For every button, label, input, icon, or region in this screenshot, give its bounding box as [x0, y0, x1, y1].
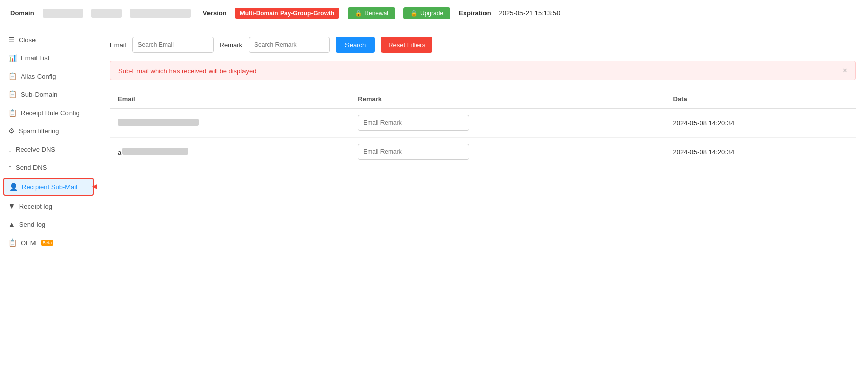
email-placeholder-2 [122, 148, 188, 155]
table-row: 2024-05-08 14:20:34 [110, 109, 856, 138]
email-prefix: a [118, 149, 121, 156]
sidebar-item-spam[interactable]: ⚙ Spam filtering [0, 122, 97, 140]
search-remark-input[interactable] [249, 37, 330, 53]
sidebar: ☰ Close 📊 Email List 📋 Alias Config 📋 Su… [0, 26, 97, 376]
alert-message: Sub-Email which has received will be dis… [118, 67, 256, 75]
sidebar-item-send-dns[interactable]: ↑ Send DNS [0, 158, 97, 177]
data-table: Email Remark Data 2024-05-08 14:20:34 [110, 90, 856, 166]
remark-input-2[interactable] [358, 144, 469, 160]
search-button[interactable]: Search [336, 37, 375, 53]
col-remark: Remark [350, 90, 665, 109]
sidebar-item-label: Receipt Rule Config [21, 109, 80, 117]
table-header: Email Remark Data [110, 90, 856, 109]
table-cell-date: 2024-05-08 14:20:34 [665, 138, 856, 166]
triangle-down-icon: ▼ [8, 202, 15, 210]
table-body: 2024-05-08 14:20:34 a 2024-05-08 14:20:3… [110, 109, 856, 166]
sidebar-item-label: Spam filtering [19, 127, 59, 135]
table-row: a 2024-05-08 14:20:34 [110, 138, 856, 166]
sidebar-item-send-log[interactable]: ▲ Send log [0, 215, 97, 233]
sidebar-item-receive-dns[interactable]: ↓ Receive DNS [0, 140, 97, 158]
active-item-wrapper: 👤 Recipient Sub-Mail [0, 178, 97, 196]
remark-filter-label: Remark [220, 41, 243, 49]
sidebar-item-label: Alias Config [21, 73, 56, 80]
copy-icon-subdomain: 📋 [8, 90, 17, 98]
sidebar-item-label: Receive DNS [16, 146, 55, 153]
copy-icon-receipt: 📋 [8, 109, 17, 117]
email-filter-label: Email [110, 41, 126, 49]
sidebar-item-label: Receipt log [19, 202, 52, 210]
sidebar-item-label: Send DNS [16, 164, 47, 172]
gear-icon-spam: ⚙ [8, 127, 15, 135]
content-area: Email Remark Search Reset Filters Sub-Em… [97, 26, 868, 376]
chart-icon: 📊 [8, 54, 17, 62]
domain-label: Domain [10, 9, 34, 17]
top-header: Domain Version Multi-Domain Pay-Group-Gr… [0, 0, 868, 26]
sidebar-item-label: Send log [19, 221, 45, 228]
arrow-down-icon: ↓ [8, 145, 12, 153]
table-cell-email: a [110, 138, 350, 166]
alert-close-button[interactable]: × [843, 66, 847, 75]
upgrade-button[interactable]: 🔒 Upgrade [403, 7, 450, 19]
triangle-up-icon: ▲ [8, 220, 15, 228]
filter-bar: Email Remark Search Reset Filters [110, 37, 856, 53]
reset-filters-button[interactable]: Reset Filters [381, 37, 432, 53]
sidebar-item-recipient-sub-mail[interactable]: 👤 Recipient Sub-Mail [3, 178, 94, 196]
copy-icon-oem: 📋 [8, 238, 17, 247]
red-arrow-indicator [92, 179, 97, 194]
table-cell-remark [350, 138, 665, 166]
sidebar-item-label: Close [19, 36, 36, 44]
arrow-up-icon: ↑ [8, 163, 12, 172]
sidebar-item-label: OEM [21, 239, 36, 247]
search-email-input[interactable] [132, 37, 214, 53]
expiration-value: 2025-05-21 15:13:50 [499, 9, 561, 17]
sidebar-item-receipt-log[interactable]: ▼ Receipt log [0, 197, 97, 215]
remark-input-1[interactable] [358, 115, 469, 131]
bars-icon: ☰ [8, 36, 15, 44]
sidebar-item-email-list[interactable]: 📊 Email List [0, 49, 97, 67]
table-cell-remark [350, 109, 665, 138]
domain-value-2 [91, 9, 122, 18]
lock-icon-upgrade: 🔒 [410, 10, 418, 17]
main-container: ☰ Close 📊 Email List 📋 Alias Config 📋 Su… [0, 26, 868, 376]
version-label: Version [203, 9, 227, 17]
col-email: Email [110, 90, 350, 109]
copy-icon-alias: 📋 [8, 72, 17, 80]
renewal-button[interactable]: 🔒 Renewal [348, 7, 395, 19]
domain-value-1 [43, 9, 83, 18]
version-badge: Multi-Domain Pay-Group-Growth [235, 8, 340, 19]
alert-banner: Sub-Email which has received will be dis… [110, 61, 856, 80]
table-cell-date: 2024-05-08 14:20:34 [665, 109, 856, 138]
sidebar-item-close[interactable]: ☰ Close [0, 30, 97, 49]
sidebar-item-alias-config[interactable]: 📋 Alias Config [0, 67, 97, 85]
sidebar-item-label: Sub-Domain [21, 91, 57, 98]
domain-value-3 [130, 9, 191, 18]
sidebar-item-label: Recipient Sub-Mail [22, 183, 77, 191]
user-icon: 👤 [9, 183, 18, 191]
email-placeholder-1 [118, 119, 199, 126]
sidebar-item-receipt-rule[interactable]: 📋 Receipt Rule Config [0, 104, 97, 122]
beta-badge: Beta [41, 240, 54, 246]
sidebar-item-oem[interactable]: 📋 OEM Beta [0, 233, 97, 252]
table-cell-email [110, 109, 350, 138]
expiration-label: Expiration [459, 9, 491, 17]
col-data: Data [665, 90, 856, 109]
sidebar-item-label: Email List [21, 54, 49, 62]
lock-icon: 🔒 [355, 10, 362, 17]
sidebar-item-sub-domain[interactable]: 📋 Sub-Domain [0, 85, 97, 104]
